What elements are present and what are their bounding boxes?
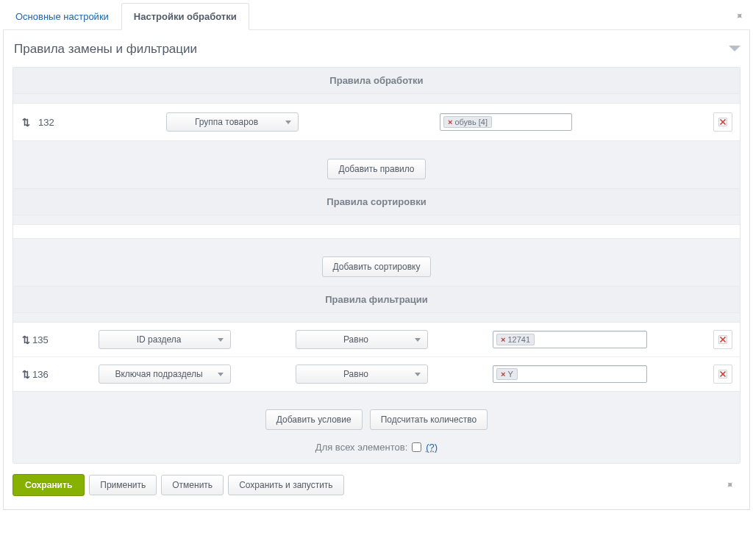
panel-title: Правила замены и фильтрации — [13, 39, 199, 60]
filter-field-select[interactable]: Включая подразделы — [99, 365, 231, 384]
processing-rules-block: ⇅ 132 Группа товаров ×обувь [4] — [13, 103, 740, 141]
delete-filter-button[interactable] — [713, 365, 732, 384]
tag-chip[interactable]: ×Y — [496, 368, 518, 380]
rule-type-select[interactable]: Группа товаров — [166, 112, 299, 132]
count-button[interactable]: Подсчитать количество — [370, 409, 488, 430]
section-header-sorting: Правила сортировки — [13, 188, 740, 215]
filter-field-label: ID раздела — [99, 330, 231, 349]
filter-row: ⇅ 135 ID раздела Равно ×12741 — [13, 323, 740, 356]
all-elements-label: Для всех элементов: — [315, 442, 407, 453]
delete-rule-button[interactable] — [713, 112, 732, 132]
all-elements-checkbox[interactable] — [412, 442, 421, 452]
panel-processing: Правила замены и фильтрации Правила обра… — [3, 30, 750, 510]
drag-handle-icon[interactable]: ⇅ — [21, 334, 31, 345]
filter-op-label: Равно — [296, 330, 428, 349]
footer-actions: Сохранить Применить Отменить Сохранить и… — [13, 474, 740, 496]
cancel-button[interactable]: Отменить — [161, 475, 224, 495]
section-header-rules: Правила обработки — [13, 68, 740, 94]
filter-op-select[interactable]: Равно — [296, 365, 428, 384]
filter-op-select[interactable]: Равно — [296, 330, 428, 349]
processing-rule-row: ⇅ 132 Группа товаров ×обувь [4] — [13, 104, 740, 140]
tag-chip-label: обувь [4] — [454, 118, 488, 126]
rule-value-input[interactable]: ×обувь [4] — [440, 113, 572, 131]
pin-icon[interactable]: ✦ — [732, 9, 747, 24]
filter-field-select[interactable]: ID раздела — [99, 330, 231, 349]
add-condition-button[interactable]: Добавить условие — [265, 409, 363, 430]
drag-handle-icon[interactable]: ⇅ — [21, 117, 31, 128]
filter-value-input[interactable]: ×Y — [493, 365, 647, 383]
help-link[interactable]: (?) — [426, 442, 438, 453]
collapse-icon[interactable] — [729, 44, 740, 55]
all-elements-row: Для всех элементов: (?) — [13, 439, 740, 463]
filter-row: ⇅ 136 Включая подразделы Равно ×Y — [13, 357, 740, 391]
drag-handle-icon[interactable]: ⇅ — [21, 369, 31, 380]
section-header-filter: Правила фильтрации — [13, 286, 740, 313]
tab-main-settings[interactable]: Основные настройки — [3, 3, 121, 29]
tabs-bar: Основные настройки Настройки обработки ✦ — [3, 3, 750, 30]
rules-container: Правила обработки ⇅ 132 Группа товаров ×… — [13, 67, 740, 464]
pin-icon[interactable]: ✦ — [723, 478, 738, 492]
filter-id: 136 — [32, 369, 54, 380]
save-run-button[interactable]: Сохранить и запустить — [228, 475, 344, 495]
apply-button[interactable]: Применить — [89, 475, 157, 495]
delete-filter-button[interactable] — [713, 330, 732, 349]
sorting-empty-block — [13, 224, 740, 239]
rule-id: 132 — [38, 117, 60, 128]
tag-chip[interactable]: ×обувь [4] — [443, 116, 492, 128]
filter-field-label: Включая подразделы — [99, 365, 231, 384]
add-rule-button[interactable]: Добавить правило — [327, 159, 425, 179]
tag-remove-icon[interactable]: × — [448, 118, 452, 126]
add-sort-button[interactable]: Добавить сортировку — [322, 256, 432, 277]
filter-id: 135 — [32, 334, 54, 345]
filter-op-label: Равно — [296, 365, 428, 384]
svg-marker-0 — [729, 46, 740, 51]
tag-chip[interactable]: ×12741 — [496, 334, 535, 345]
tab-processing-settings[interactable]: Настройки обработки — [121, 3, 249, 30]
filter-value-input[interactable]: ×12741 — [493, 331, 647, 348]
save-button[interactable]: Сохранить — [13, 474, 85, 496]
tag-remove-icon[interactable]: × — [501, 335, 505, 344]
tag-chip-label: 12741 — [507, 335, 530, 344]
tag-chip-label: Y — [507, 370, 513, 378]
tag-remove-icon[interactable]: × — [501, 370, 505, 378]
filter-rules-block: ⇅ 135 ID раздела Равно ×12741 — [13, 322, 740, 392]
rule-type-select-label: Группа товаров — [166, 112, 299, 132]
